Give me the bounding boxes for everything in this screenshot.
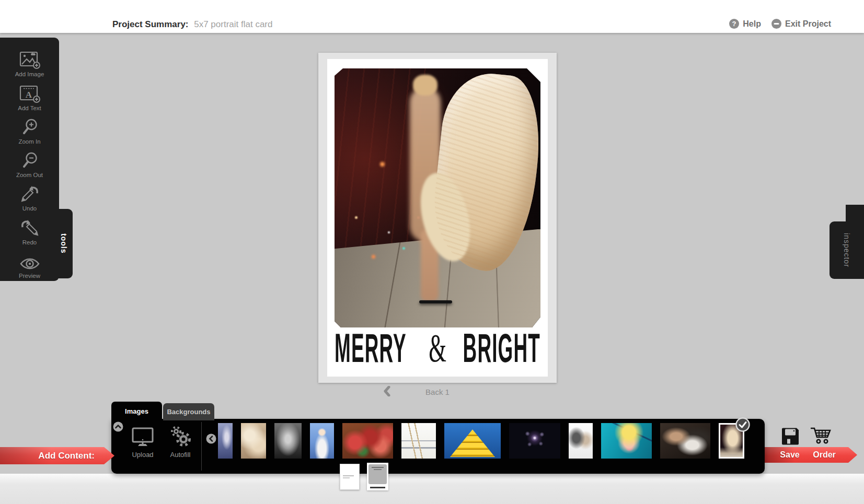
shopping-cart-icon (810, 426, 834, 447)
current-page-label: Back 1 (318, 388, 557, 396)
add-image-button[interactable]: Add Image (0, 44, 59, 77)
top-bar: Project Summary: 5x7 portrait flat card … (0, 0, 864, 33)
tool-label: Add Image (15, 71, 44, 77)
zoom-out-button[interactable]: Zoom Out (0, 145, 59, 178)
add-image-icon (19, 50, 40, 69)
upload-button[interactable]: Upload (126, 427, 159, 459)
autofill-button[interactable]: Autofill (164, 424, 197, 459)
add-content-ribbon: Add Content: (0, 447, 114, 464)
zoom-in-button[interactable]: Zoom In (0, 111, 59, 145)
question-circle-icon: ? (729, 19, 739, 29)
project-summary-value: 5x7 portrait flat card (194, 19, 272, 29)
tool-label: Redo (22, 239, 37, 245)
upload-monitor-icon (131, 427, 154, 448)
thumbnail-photo-pop-art-portrait[interactable] (601, 423, 652, 459)
add-text-button[interactable]: A Add Text (0, 77, 59, 111)
page-title: Project Summary: 5x7 portrait flat card (112, 19, 272, 30)
tool-label: Add Text (18, 105, 41, 111)
chevron-left-circle-icon (206, 433, 216, 444)
tool-label: Preview (19, 273, 40, 279)
thumbnail-photo-man-with-dog[interactable] (660, 423, 710, 459)
redo-icon (19, 219, 40, 238)
page-thumbnail-front[interactable] (340, 464, 360, 490)
inspector-tab-label: inspector (843, 233, 851, 267)
tools-panel: Add Image A Add Text Zoom In (0, 38, 59, 281)
thumbnail-photo-step-ladder[interactable] (401, 423, 436, 459)
tool-label: Undo (22, 205, 37, 212)
floppy-disk-icon (781, 427, 800, 446)
undo-icon (19, 185, 40, 204)
save-label[interactable]: Save (778, 447, 801, 463)
photo-art-light (380, 162, 385, 167)
thumbnail-photo-boy-pointing[interactable] (310, 423, 334, 459)
card-text-element[interactable]: MERRY & BRIGHT (335, 331, 540, 371)
exit-label: Exit Project (785, 19, 831, 29)
zoom-out-icon (20, 151, 39, 170)
order-button[interactable] (810, 426, 834, 449)
card-canvas: MERRY & BRIGHT (318, 53, 557, 383)
thumbs-scroll-left-button[interactable] (206, 433, 216, 446)
help-label: Help (743, 19, 761, 29)
panel-collapse-button[interactable] (113, 421, 123, 434)
content-panel: Upload Autofill (111, 419, 765, 474)
card-photo[interactable] (335, 68, 540, 327)
tab-images[interactable]: Images (111, 402, 162, 420)
svg-text:A: A (25, 90, 32, 100)
tools-tab-label: tools (60, 233, 68, 253)
page-thumbnail-back[interactable] (367, 463, 388, 490)
photo-art-light (372, 255, 375, 259)
redo-button[interactable]: Redo (0, 212, 59, 245)
minus-circle-icon (771, 19, 781, 29)
thumbnail-photo-gold-bars[interactable] (444, 423, 501, 459)
exit-project-button[interactable]: Exit Project (771, 19, 831, 29)
inspector-tab[interactable]: inspector (830, 221, 864, 279)
selected-check-icon (735, 417, 750, 434)
help-button[interactable]: ? Help (729, 19, 761, 29)
chevron-up-circle-icon (113, 421, 123, 432)
image-thumbnail-strip (218, 423, 744, 459)
tab-images-label: Images (125, 407, 148, 415)
add-text-icon: A (19, 84, 40, 103)
tool-label: Zoom In (18, 138, 40, 145)
top-actions: ? Help Exit Project (729, 19, 831, 29)
card-text-ampersand: & (429, 328, 446, 368)
preview-button[interactable]: Preview (0, 245, 59, 279)
thumbnail-photo-sepia-vintage[interactable] (241, 423, 266, 459)
save-order-ribbon: Save Order (753, 447, 857, 463)
pages-bar: Pages: Add Remove (0, 474, 864, 504)
page-thumbnail-photo-area (368, 464, 387, 484)
tab-backgrounds-label: Backgrounds (167, 408, 210, 416)
card-page-back: MERRY & BRIGHT (327, 59, 548, 377)
photo-art-hair (413, 75, 437, 96)
add-content-label: Add Content: (38, 451, 95, 461)
undo-button[interactable]: Undo (0, 178, 59, 212)
preview-eye-icon (19, 256, 40, 271)
panel-divider (201, 422, 202, 471)
order-label[interactable]: Order (810, 447, 839, 463)
tool-label: Zoom Out (16, 172, 43, 178)
project-summary-label: Project Summary: (112, 19, 189, 29)
tab-backgrounds[interactable]: Backgrounds (163, 403, 214, 420)
thumbnail-photo-blue-portrait[interactable] (218, 423, 233, 459)
thumbnail-photo-fireworks[interactable] (509, 423, 560, 459)
thumbnail-photo-meat-platter[interactable] (342, 423, 393, 459)
autofill-gears-icon (168, 424, 192, 448)
upload-label: Upload (132, 451, 153, 459)
card-text-word-right: BRIGHT (463, 327, 540, 368)
thumbnail-photo-office-couple[interactable] (569, 423, 593, 459)
card-editor-app: Project Summary: 5x7 portrait flat card … (0, 0, 864, 504)
thumbnail-photo-fur-coat-selected[interactable] (719, 423, 744, 459)
svg-text:?: ? (732, 20, 736, 28)
page-thumbnail-text-line (370, 487, 385, 488)
autofill-label: Autofill (170, 451, 190, 459)
photo-art-skateboard (419, 300, 452, 303)
zoom-in-icon (20, 118, 39, 137)
save-button[interactable] (781, 427, 800, 448)
thumbnail-photo-bw-figure[interactable] (274, 423, 302, 459)
